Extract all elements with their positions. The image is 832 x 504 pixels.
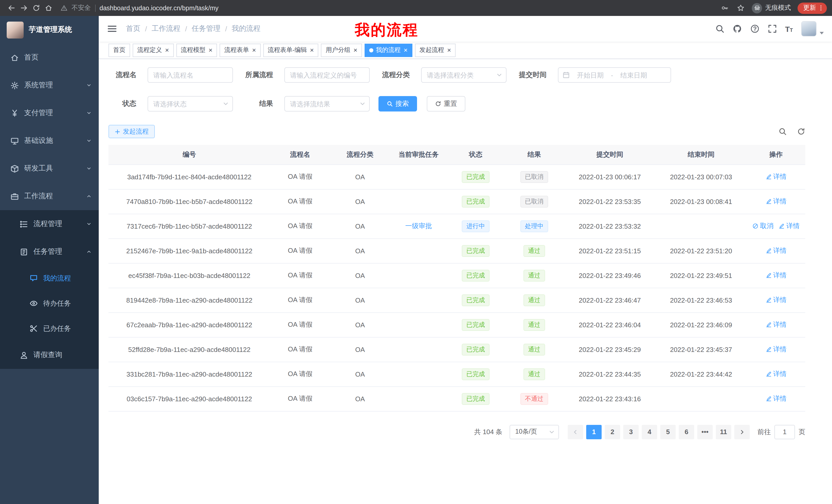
close-icon[interactable]: × xyxy=(252,47,256,53)
pagination-next-button[interactable] xyxy=(734,425,750,439)
tab-7[interactable]: 发起流程× xyxy=(415,44,456,57)
sidebar-item-1[interactable]: 系统管理 xyxy=(0,72,99,99)
submit-time: 2022-01-22 23:53:35 xyxy=(579,198,641,205)
search-toggle-icon[interactable] xyxy=(779,128,787,136)
tab-1[interactable]: 流程定义× xyxy=(133,44,174,57)
process-name: OA 请假 xyxy=(288,370,312,377)
detail-action[interactable]: 详情 xyxy=(765,320,786,329)
fullscreen-icon[interactable] xyxy=(768,24,777,33)
submit-time-range-picker[interactable]: - xyxy=(558,67,671,83)
sidebar-item-9[interactable]: 待办任务 xyxy=(0,291,99,316)
browser-back-icon[interactable] xyxy=(5,2,18,14)
hamburger-icon[interactable] xyxy=(107,24,117,34)
detail-action[interactable]: 详情 xyxy=(765,197,786,206)
pagination-page-1[interactable]: 1 xyxy=(586,425,602,439)
sidebar-item-2[interactable]: 支付管理 xyxy=(0,99,99,127)
detail-action[interactable]: 详情 xyxy=(765,172,786,181)
detail-action[interactable]: 详情 xyxy=(765,271,786,280)
tab-0[interactable]: 首页 xyxy=(108,44,130,57)
search-button-label: 搜索 xyxy=(395,99,409,108)
goto-page-input[interactable] xyxy=(774,425,795,439)
page-size-select[interactable] xyxy=(510,425,559,439)
close-icon[interactable]: × xyxy=(310,47,314,53)
detail-action[interactable]: 详情 xyxy=(765,394,786,403)
close-icon[interactable]: × xyxy=(354,47,357,53)
sidebar-item-10[interactable]: 已办任务 xyxy=(0,316,99,341)
incognito-badge[interactable]: 无痕模式 xyxy=(752,3,791,13)
detail-action[interactable]: 详情 xyxy=(765,296,786,305)
browser-forward-icon[interactable] xyxy=(18,2,30,14)
breadcrumb-item-task[interactable]: 任务管理 xyxy=(192,24,220,33)
browser-address-bar[interactable]: 不安全 dashboard.yudao.iocoder.cn/bpm/task/… xyxy=(61,4,720,12)
logo[interactable]: 芋道管理系统 xyxy=(0,16,99,44)
sidebar-item-4[interactable]: 研发工具 xyxy=(0,155,99,183)
search-button[interactable]: 搜索 xyxy=(379,96,417,111)
sidebar-item-3[interactable]: 基础设施 xyxy=(0,127,99,155)
user-menu[interactable] xyxy=(801,21,824,36)
password-key-icon[interactable] xyxy=(720,3,729,12)
close-icon[interactable]: × xyxy=(209,47,212,53)
end-date-input[interactable] xyxy=(615,71,652,79)
update-button[interactable]: 更新 xyxy=(798,2,827,13)
create-process-button[interactable]: 发起流程 xyxy=(108,125,155,138)
reset-button[interactable]: 重置 xyxy=(427,96,465,111)
detail-action[interactable]: 详情 xyxy=(765,246,786,255)
pagination-page-2[interactable]: 2 xyxy=(605,425,620,439)
column-header: 当前审批任务 xyxy=(390,145,447,164)
status-select[interactable] xyxy=(148,96,233,111)
pagination-page-5[interactable]: 5 xyxy=(660,425,676,439)
browser-home-icon[interactable] xyxy=(42,2,54,14)
detail-action[interactable]: 详情 xyxy=(765,345,786,354)
browser-reload-icon[interactable] xyxy=(30,2,42,14)
breadcrumb-item-home[interactable]: 首页 xyxy=(126,24,140,33)
process-category: OA xyxy=(355,296,365,304)
chevron-down-icon xyxy=(86,221,92,227)
tab-2[interactable]: 流程模型× xyxy=(176,44,217,57)
pagination-page-3[interactable]: 3 xyxy=(623,425,639,439)
pagination-prev-button[interactable] xyxy=(568,425,583,439)
start-date-input[interactable] xyxy=(572,71,609,79)
sidebar-item-5[interactable]: 工作流程 xyxy=(0,183,99,210)
sidebar-item-11[interactable]: 请假查询 xyxy=(0,341,99,369)
font-size-icon[interactable]: TT xyxy=(785,25,793,33)
detail-action[interactable]: 详情 xyxy=(765,369,786,379)
sidebar-item-8[interactable]: 我的流程 xyxy=(0,265,99,291)
sidebar-item-6[interactable]: 流程管理 xyxy=(0,210,99,238)
sidebar-item-0[interactable]: 首页 xyxy=(0,44,99,72)
sidebar-item-label: 我的流程 xyxy=(43,274,71,283)
tab-3[interactable]: 流程表单× xyxy=(219,44,260,57)
result-select[interactable] xyxy=(284,96,370,111)
sidebar-item-7[interactable]: 任务管理 xyxy=(0,238,99,265)
pagination-page-6[interactable]: 6 xyxy=(679,425,694,439)
process-def-input[interactable] xyxy=(284,67,370,83)
cancel-action[interactable]: 取消 xyxy=(752,221,773,231)
refresh-table-icon[interactable] xyxy=(797,128,805,136)
process-name-input[interactable] xyxy=(148,67,233,83)
pagination-page-4[interactable]: 4 xyxy=(642,425,657,439)
column-header: 编号 xyxy=(108,145,270,164)
tab-5[interactable]: 用户分组× xyxy=(321,44,362,57)
github-icon[interactable] xyxy=(732,24,742,33)
detail-action[interactable]: 详情 xyxy=(779,221,800,231)
page-size-value[interactable] xyxy=(510,425,559,439)
close-icon[interactable]: × xyxy=(404,47,408,53)
bookmark-star-icon[interactable] xyxy=(736,3,745,12)
submit-time: 2022-01-22 23:51:15 xyxy=(579,247,641,255)
pagination-ellipsis[interactable]: ••• xyxy=(697,425,713,439)
search-icon[interactable] xyxy=(715,24,724,33)
current-task-link[interactable]: 一级审批 xyxy=(405,222,432,230)
tab-6[interactable]: 我的流程× xyxy=(365,44,412,57)
table-row: 3ad174fb-7b9d-11ec-8404-acde48001122OA 请… xyxy=(108,164,805,189)
category-select[interactable] xyxy=(421,67,506,83)
tags-view: 首页流程定义×流程模型×流程表单×流程表单-编辑×用户分组×我的流程×发起流程× xyxy=(99,41,832,59)
chat-icon xyxy=(29,274,38,283)
sidebar-item-label: 流程管理 xyxy=(33,219,62,229)
tab-4[interactable]: 流程表单-编辑× xyxy=(263,44,318,57)
pagination-page-11[interactable]: 11 xyxy=(716,425,731,439)
help-icon[interactable] xyxy=(750,24,759,33)
breadcrumb-item-workflow[interactable]: 工作流程 xyxy=(152,24,181,33)
end-time: 2022-01-23 00:07:03 xyxy=(670,173,732,180)
close-icon[interactable]: × xyxy=(165,47,169,53)
monitor-icon xyxy=(10,136,19,145)
close-icon[interactable]: × xyxy=(447,47,451,53)
